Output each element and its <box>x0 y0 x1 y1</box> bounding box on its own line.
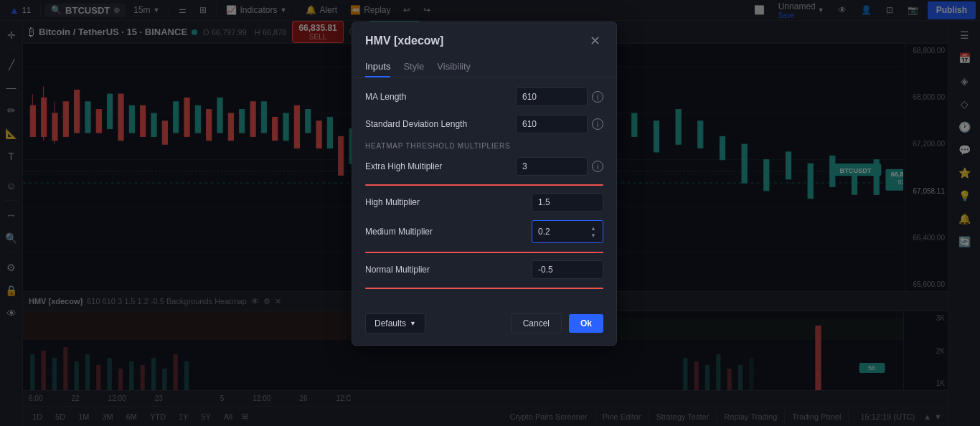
normal-mult-label: Normal Multiplier <box>365 265 526 275</box>
defaults-chevron-icon: ▼ <box>410 320 416 327</box>
normal-mult-input-wrap <box>532 260 603 279</box>
modal-tabs: Inputs Style Visibility <box>352 57 616 77</box>
std-dev-input-wrap: i <box>516 115 603 133</box>
modal-title: HMV [xdecow] <box>365 34 443 47</box>
ma-length-row: MA Length i <box>365 87 603 106</box>
normal-mult-row: Normal Multiplier <box>365 260 603 279</box>
extra-high-input-wrap: i <box>516 157 603 176</box>
tab-style[interactable]: Style <box>403 57 424 77</box>
std-dev-row: Standard Deviation Length i <box>365 115 603 133</box>
extra-high-row: Extra High Multiplier i <box>365 157 603 176</box>
extra-high-info-icon[interactable]: i <box>592 161 603 172</box>
high-mult-label: High Multiplier <box>365 197 526 207</box>
defaults-button[interactable]: Defaults ▼ <box>365 313 425 333</box>
extra-high-input[interactable] <box>516 157 588 176</box>
modal-overlay: HMV [xdecow] ✕ Inputs Style Visibility M… <box>0 0 980 426</box>
modal-close-btn[interactable]: ✕ <box>586 32 603 49</box>
ma-length-input-wrap: i <box>516 87 603 106</box>
medium-mult-input[interactable] <box>538 227 588 237</box>
medium-mult-input-wrap: ▲ ▼ <box>532 220 603 243</box>
extra-high-red-line <box>365 184 603 186</box>
medium-mult-row: Medium Multiplier ▲ ▼ <box>365 220 603 243</box>
defaults-label: Defaults <box>374 318 406 328</box>
spin-arrows: ▲ ▼ <box>588 224 598 239</box>
ma-length-info-icon[interactable]: i <box>592 91 603 103</box>
medium-red-line <box>365 252 603 253</box>
modal-body: MA Length i Standard Deviation Length i … <box>352 77 616 306</box>
normal-red-line <box>365 288 603 289</box>
std-dev-info-icon[interactable]: i <box>592 118 603 130</box>
section-heatmap-label: HEATMAP THRESHOLD MULTIPLIERS <box>365 142 603 150</box>
normal-mult-input[interactable] <box>532 260 603 279</box>
cancel-button[interactable]: Cancel <box>511 313 562 333</box>
modal-header: HMV [xdecow] ✕ <box>352 22 616 49</box>
spin-down-btn[interactable]: ▼ <box>588 232 598 239</box>
std-dev-label: Standard Deviation Length <box>365 119 510 129</box>
tab-inputs[interactable]: Inputs <box>365 57 390 77</box>
high-mult-input[interactable] <box>532 193 603 212</box>
high-mult-row: High Multiplier <box>365 193 603 212</box>
high-mult-input-wrap <box>532 193 603 212</box>
medium-mult-spin-wrap: ▲ ▼ <box>532 220 603 243</box>
modal-footer: Defaults ▼ Cancel Ok <box>352 306 616 345</box>
ma-length-label: MA Length <box>365 92 510 102</box>
tab-visibility[interactable]: Visibility <box>437 57 471 77</box>
std-dev-input[interactable] <box>516 115 588 133</box>
extra-high-label: Extra High Multiplier <box>365 161 510 171</box>
medium-mult-label: Medium Multiplier <box>365 227 526 237</box>
ok-button[interactable]: Ok <box>569 314 603 333</box>
spin-up-btn[interactable]: ▲ <box>588 224 598 232</box>
hmv-settings-modal: HMV [xdecow] ✕ Inputs Style Visibility M… <box>352 22 617 346</box>
ma-length-input[interactable] <box>516 87 588 106</box>
